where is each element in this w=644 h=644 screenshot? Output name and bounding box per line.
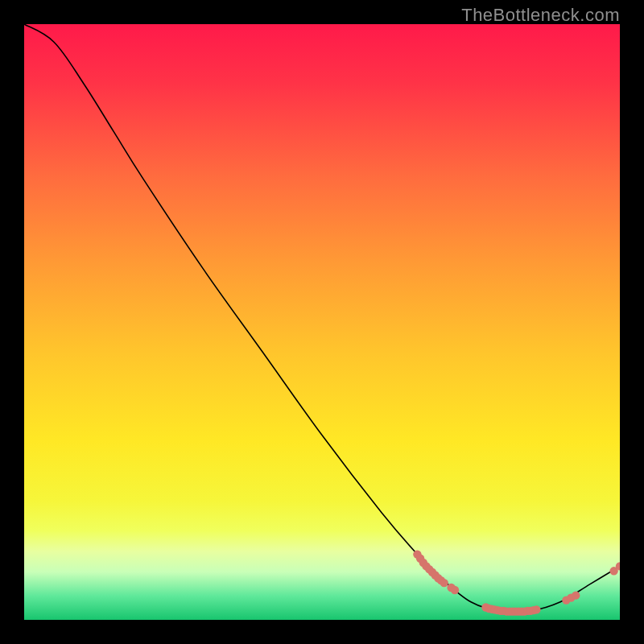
data-point — [451, 586, 459, 594]
plot-area — [24, 24, 620, 620]
marker-group — [413, 550, 620, 615]
bottleneck-curve — [24, 24, 620, 612]
curve-layer — [24, 24, 620, 620]
attribution-label: TheBottleneck.com — [461, 5, 620, 26]
data-point — [532, 605, 540, 613]
data-point — [440, 579, 448, 587]
chart-container: TheBottleneck.com — [0, 0, 644, 644]
data-point — [572, 591, 580, 599]
